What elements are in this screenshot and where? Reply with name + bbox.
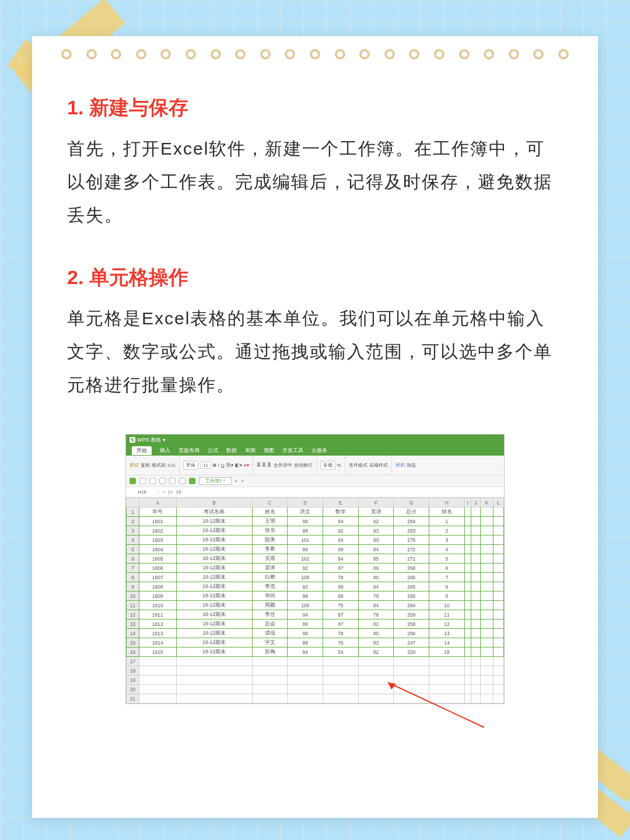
app-logo-icon: S: [130, 437, 135, 443]
ribbon-tab[interactable]: 数据: [226, 447, 237, 454]
cond-format-button[interactable]: 条件格式: [349, 462, 368, 468]
paste-label: 粘贴: [167, 463, 176, 468]
save-icon[interactable]: [149, 478, 156, 484]
sum-button[interactable]: 求和: [396, 462, 405, 468]
print-icon[interactable]: [159, 478, 166, 484]
sheet-tab[interactable]: 工作簿2 *: [199, 477, 232, 485]
align-group: ≣ ≣ ≣ 合并居中 自动换行: [257, 456, 316, 475]
ribbon-toolbar: 剪切 复制 格式刷 粘贴 宋体 11 B I U 田▾ ◧▾ A▾ ≣ ≣ ≣ …: [126, 456, 504, 475]
formula-value[interactable]: 15: [176, 489, 181, 495]
paper-card: 1. 新建与保存 首先，打开Excel软件，新建一个工作簿。在工作簿中，可以创建…: [32, 36, 598, 818]
formatbrush-button[interactable]: 格式刷: [152, 462, 166, 468]
font-group: 宋体 11 B I U 田▾ ◧▾ A▾: [183, 456, 253, 475]
filter-button[interactable]: 筛选: [407, 462, 416, 468]
app-name: WPS 表格: [137, 436, 161, 444]
app-titlebar: S WPS 表格 ▾: [126, 435, 504, 445]
ribbon-tab[interactable]: 视图: [264, 447, 274, 454]
italic-button[interactable]: I: [218, 463, 219, 468]
ribbon-tab[interactable]: 插入: [160, 447, 170, 454]
name-box[interactable]: H16: [126, 489, 159, 495]
font-size[interactable]: 11: [200, 461, 211, 469]
wrap-button[interactable]: 自动换行: [294, 462, 313, 468]
percent-button[interactable]: %: [337, 463, 341, 468]
bold-button[interactable]: B: [213, 463, 216, 468]
merge-button[interactable]: 合并居中: [274, 462, 292, 468]
ribbon-tab[interactable]: 页面布局: [178, 447, 200, 454]
new-icon[interactable]: [130, 478, 136, 484]
border-button[interactable]: 田▾: [226, 462, 233, 468]
ribbon-tab[interactable]: 开发工具: [282, 447, 303, 454]
styles-group: 条件格式 表格样式: [349, 456, 392, 475]
undo-icon[interactable]: [169, 478, 176, 484]
section1-title: 1. 新建与保存: [67, 94, 563, 121]
section2-body: 单元格是Excel表格的基本单位。我们可以在单元格中输入文字、数字或公式。通过拖…: [67, 302, 563, 401]
align-icon[interactable]: ≣ ≣ ≣: [257, 463, 271, 468]
fx-icon[interactable]: ✓ ƒx: [159, 489, 176, 495]
home-icon[interactable]: [189, 478, 195, 484]
cut-button[interactable]: 剪切: [130, 462, 139, 468]
font-name[interactable]: 宋体: [183, 461, 198, 470]
underline-button[interactable]: U: [221, 463, 225, 468]
ribbon-tabs: 开始插入页面布局公式数据审阅视图开发工具云服务: [126, 445, 504, 456]
dropdown-icon: ▾: [163, 437, 166, 443]
section1-body: 首先，打开Excel软件，新建一个工作簿。在工作簿中，可以创建多个工作表。完成编…: [67, 132, 563, 232]
tab-add-icon[interactable]: +: [241, 478, 244, 484]
fillcolor-button[interactable]: ◧▾: [235, 463, 242, 468]
textcolor-button[interactable]: A▾: [244, 463, 249, 468]
redo-icon[interactable]: [179, 478, 186, 484]
binding-holes: [61, 49, 569, 60]
number-group: 常规 %: [320, 456, 345, 475]
ribbon-tab[interactable]: 审阅: [245, 447, 256, 454]
wps-screenshot: S WPS 表格 ▾ 开始插入页面布局公式数据审阅视图开发工具云服务 剪切 复制…: [125, 434, 505, 704]
formula-bar: H16 ✓ ƒx 15: [126, 487, 504, 498]
clipboard-group: 剪切 复制 格式刷 粘贴: [130, 456, 180, 475]
copy-button[interactable]: 复制: [141, 462, 150, 468]
section2-title: 2. 单元格操作: [67, 264, 563, 291]
ribbon-tab[interactable]: 云服务: [312, 447, 327, 454]
calc-group: 求和 筛选: [396, 456, 419, 475]
number-format[interactable]: 常规: [320, 461, 335, 470]
tab-close-icon[interactable]: ×: [235, 478, 238, 484]
quick-toolbar: 工作簿2 * × +: [126, 475, 504, 487]
open-icon[interactable]: [139, 478, 146, 484]
ribbon-tab[interactable]: 公式: [208, 447, 218, 454]
spreadsheet-grid[interactable]: ABCDEFGHIJKL1学号考试名称姓名语文数学英语总分排名2180118-1…: [126, 498, 504, 704]
ribbon-tab[interactable]: 开始: [132, 446, 152, 455]
table-style-button[interactable]: 表格样式: [369, 462, 388, 468]
